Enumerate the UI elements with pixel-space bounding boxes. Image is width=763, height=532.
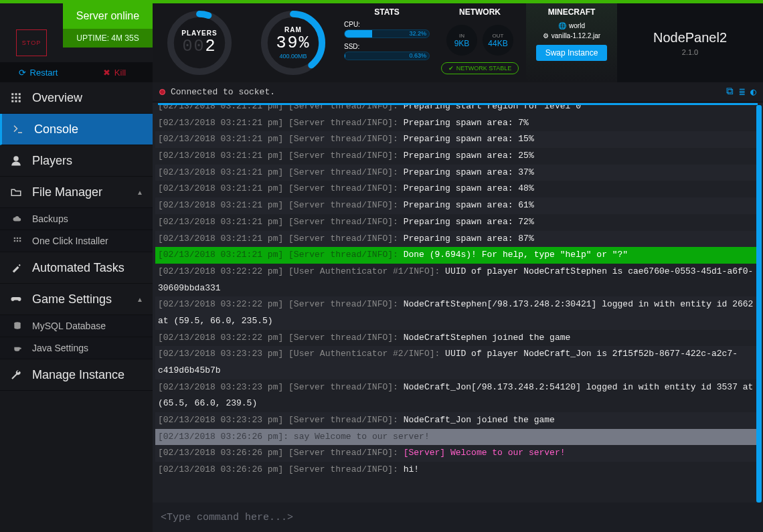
nav-gamesettings-label: Game Settings — [32, 292, 112, 306]
console-status-bar: Connected to socket. ⧉ ≣ ◐ — [153, 82, 763, 102]
cpu-pct: 32.2% — [409, 30, 426, 37]
popout-icon[interactable]: ⧉ — [726, 86, 734, 98]
svg-rect-17 — [19, 238, 21, 239]
svg-rect-20 — [19, 240, 21, 242]
svg-point-14 — [13, 156, 19, 161]
nav-manage[interactable]: Manage Instance — [0, 359, 153, 391]
nav-tasks[interactable]: Automated Tasks — [0, 252, 153, 284]
database-icon — [12, 321, 23, 331]
svg-rect-15 — [14, 238, 15, 239]
network-panel: NETWORK IN9KB OUT44KB ✔NETWORK STABLE — [434, 3, 526, 82]
help-icon[interactable]: ◐ — [750, 86, 756, 98]
svg-rect-9 — [19, 97, 21, 99]
terminal-icon — [11, 123, 25, 135]
nav-tasks-label: Automated Tasks — [32, 261, 124, 275]
log-line: [02/13/2018 03:21:21 pm] [Server thread/… — [155, 231, 759, 248]
log-line: [02/13/2018 03:26:26 pm] [Server thread/… — [155, 462, 759, 478]
console-scrollbar[interactable] — [755, 105, 763, 503]
log-line: [02/13/2018 03:21:21 pm] [Server thread/… — [155, 105, 759, 115]
nav-gamesettings[interactable]: Game Settings ▲ — [0, 284, 153, 315]
command-input[interactable] — [153, 503, 763, 532]
cpu-label: CPU: — [344, 21, 430, 28]
nav-overview[interactable]: Overview — [0, 82, 153, 114]
server-status: Server online — [63, 3, 153, 29]
svg-rect-5 — [15, 93, 17, 95]
brand-version: 2.1.0 — [682, 48, 698, 56]
players-gauge: PLAYERS 002 — [153, 3, 246, 82]
uptime: UPTIME: 4M 35S — [63, 29, 153, 48]
log-line: [02/13/2018 03:21:21 pm] [Server thread/… — [155, 148, 759, 165]
nav-console-label: Console — [34, 122, 78, 137]
mc-world: world — [569, 22, 585, 29]
stats-title: STATS — [374, 7, 400, 17]
nav-oneclick[interactable]: One Click Installer — [0, 230, 153, 252]
log-line: [02/13/2018 03:21:21 pm] [Server thread/… — [155, 214, 759, 231]
kill-icon: ✖ — [103, 68, 110, 78]
restart-label: Restart — [30, 68, 58, 78]
check-icon: ✔ — [448, 65, 454, 72]
nav-console[interactable]: Console — [0, 114, 153, 145]
folder-icon — [9, 186, 23, 198]
nav-overview-label: Overview — [32, 91, 82, 105]
network-title: NETWORK — [459, 7, 501, 17]
nav-java[interactable]: Java Settings — [0, 337, 153, 359]
log-line: [02/13/2018 03:22:22 pm] [User Authentic… — [155, 264, 759, 296]
chevron-up-icon: ▲ — [137, 189, 143, 196]
svg-rect-19 — [17, 240, 18, 242]
ssd-label: SSD: — [344, 43, 430, 50]
restart-icon: ⟳ — [19, 68, 26, 78]
brand-name: NodePanel2 — [653, 30, 727, 46]
header: STOP Server online UPTIME: 4M 35S ⟳ Rest… — [0, 3, 763, 82]
cpu-bar: 32.2% — [344, 29, 430, 38]
log-line: [02/13/2018 03:22:22 pm] [Server thread/… — [155, 296, 759, 329]
nav-players-label: Players — [32, 154, 72, 168]
chevron-up-icon: ▲ — [137, 296, 143, 303]
status-dot-icon — [159, 89, 165, 95]
log-line: [02/13/2018 03:21:21 pm] [Server thread/… — [155, 247, 759, 264]
network-out: OUT44KB — [483, 25, 513, 56]
coffee-icon — [12, 343, 23, 353]
swap-instance-button[interactable]: Swap Instance — [536, 45, 608, 61]
wand-icon — [9, 262, 23, 274]
svg-rect-4 — [11, 93, 13, 95]
stats-panel: STATS CPU: 32.2% SSD: 0.63% — [340, 3, 434, 82]
ram-gauge: RAM 39% 400.00MB — [246, 3, 340, 82]
log-line: [02/13/2018 03:21:21 pm] [Server thread/… — [155, 197, 759, 214]
ssd-pct: 0.63% — [409, 52, 426, 60]
nav-players[interactable]: Players — [0, 145, 153, 177]
svg-rect-10 — [11, 100, 13, 102]
nav-backups[interactable]: Backups — [0, 208, 153, 230]
stop-button[interactable]: STOP — [16, 29, 47, 56]
mc-jar: vanilla-1.12.2.jar — [552, 32, 600, 39]
gear-icon: ⚙ — [543, 32, 549, 39]
log-line: [02/13/2018 03:21:21 pm] [Server thread/… — [155, 165, 759, 181]
nav-manage-label: Manage Instance — [32, 368, 124, 382]
restart-button[interactable]: ⟳ Restart — [0, 62, 76, 82]
grid-icon — [9, 92, 23, 104]
network-in: IN9KB — [446, 25, 477, 56]
kill-button[interactable]: ✖ Kill — [76, 62, 153, 82]
log-line: [02/13/2018 03:26:26 pm] [Server thread/… — [155, 445, 759, 462]
brand: NodePanel2 2.1.0 — [617, 3, 763, 82]
console-panel: Connected to socket. ⧉ ≣ ◐ [02/13/2018 0… — [153, 82, 763, 532]
nav-filemanager[interactable]: File Manager ▲ — [0, 177, 153, 208]
svg-rect-18 — [14, 240, 15, 242]
wrench-icon — [9, 369, 23, 381]
svg-rect-6 — [19, 93, 21, 95]
log-line: [02/13/2018 03:21:21 pm] [Server thread/… — [155, 131, 759, 148]
nav-mysql-label: MySQL Database — [32, 321, 106, 331]
log-line: [02/13/2018 03:23:23 pm] [User Authentic… — [155, 346, 759, 379]
svg-point-0 — [171, 14, 228, 72]
log-line: [02/13/2018 03:21:21 pm] [Server thread/… — [155, 181, 759, 197]
svg-rect-8 — [15, 97, 17, 99]
list-icon[interactable]: ≣ — [739, 86, 745, 98]
log-line: [02/13/2018 03:21:21 pm] [Server thread/… — [155, 115, 759, 132]
sidebar: Overview Console Players File Manager ▲ … — [0, 82, 153, 532]
nav-mysql[interactable]: MySQL Database — [0, 315, 153, 337]
log-line: [02/13/2018 03:26:26 pm]: say Welcome to… — [155, 429, 759, 446]
gamepad-icon — [9, 293, 23, 305]
svg-rect-7 — [11, 97, 13, 99]
console-log[interactable]: [02/13/2018 03:21:21 pm] [Server thread/… — [153, 105, 763, 503]
nav-filemanager-label: File Manager — [32, 185, 102, 199]
mc-title: MINECRAFT — [548, 7, 596, 17]
